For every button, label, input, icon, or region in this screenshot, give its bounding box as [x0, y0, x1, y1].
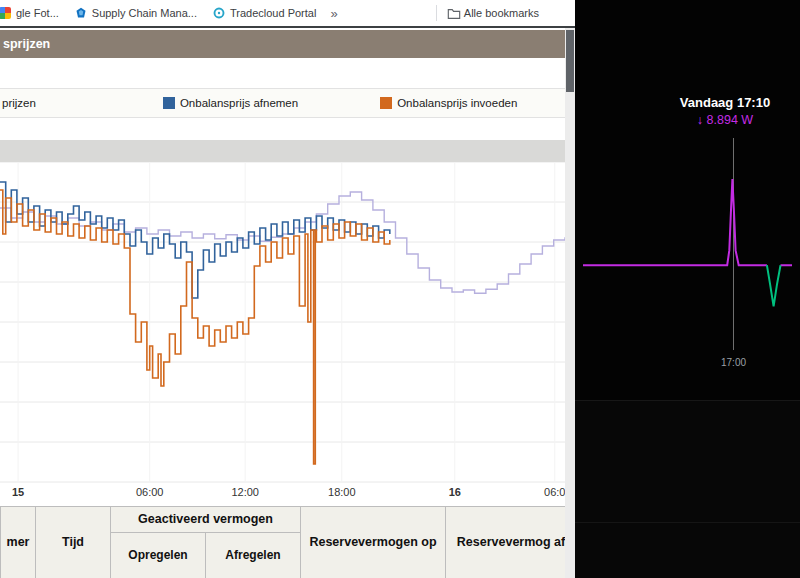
svg-text:18:00: 18:00 [328, 486, 356, 498]
svg-text:06:0: 06:0 [544, 486, 565, 498]
bookmarks-right-group: Alle bookmarks [436, 5, 539, 21]
browser-window: gle Fot... Supply Chain Mana... Tradeclo… [0, 0, 575, 578]
svg-text:12:00: 12:00 [231, 486, 259, 498]
panel-divider [575, 522, 800, 523]
column-header-opregelen: Opregelen [111, 533, 206, 578]
all-bookmarks-button[interactable]: Alle bookmarks [447, 7, 539, 19]
column-header-tijd: Tijd [36, 507, 111, 578]
bookmark-item-tradecloud[interactable]: Tradecloud Portal [213, 7, 316, 19]
column-header-reserve-op: Reservevermogen op [301, 507, 446, 578]
power-chart[interactable]: 17:00 [575, 138, 800, 374]
page-title-bar: sprijzen [0, 30, 565, 58]
power-monitor-panel: Vandaag 17:10 ↓ 8.894 W 17:00 [575, 0, 800, 578]
photos-icon [0, 7, 11, 19]
panel-divider [575, 400, 800, 401]
legend-label: prijzen [2, 97, 36, 109]
imbalance-price-chart[interactable]: 1506:0012:0018:001606:0 [0, 162, 565, 504]
panel-lower-section [575, 401, 800, 578]
chart-toolbar [0, 140, 565, 162]
bookmarks-bar: gle Fot... Supply Chain Mana... Tradeclo… [0, 0, 575, 28]
scrollbar-thumb[interactable] [566, 30, 574, 92]
svg-text:06:00: 06:00 [136, 486, 164, 498]
tradecloud-icon [213, 7, 225, 19]
legend-item-afnemen[interactable]: Onbalansprijs afnemen [163, 97, 298, 109]
chart-legend: prijzen Onbalansprijs afnemen Onbalanspr… [0, 88, 565, 118]
bookmark-label: Supply Chain Mana... [92, 7, 197, 19]
legend-item-prices[interactable]: prijzen [2, 97, 36, 109]
svg-text:16: 16 [449, 486, 461, 498]
bookmark-label: gle Fot... [16, 7, 59, 19]
panel-title: Vandaag 17:10 [650, 95, 800, 110]
legend-swatch-orange [380, 97, 392, 109]
bookmark-item-supply-chain[interactable]: Supply Chain Mana... [75, 7, 197, 19]
page-content: sprijzen prijzen Onbalansprijs afnemen O… [0, 30, 565, 578]
legend-item-invoeden[interactable]: Onbalansprijs invoeden [380, 97, 517, 109]
legend-label: Onbalansprijs afnemen [180, 97, 298, 109]
folder-icon [447, 7, 459, 19]
column-header-reserve-af: Reservevermog af [446, 507, 565, 578]
column-header-afregelen: Afregelen [206, 533, 301, 578]
legend-swatch-blue [163, 97, 175, 109]
scrollbar-track[interactable] [565, 28, 575, 578]
column-header-nummer: mer [1, 507, 36, 578]
page-title: sprijzen [3, 37, 50, 51]
group-header-geactiveerd-vermogen: Geactiveerd vermogen [111, 507, 301, 533]
activated-power-table: mer Tijd Geactiveerd vermogen Reservever… [0, 506, 565, 578]
current-power-value: ↓ 8.894 W [650, 113, 800, 127]
supply-chain-icon [75, 7, 87, 19]
bookmarks-overflow-chevron-icon[interactable]: » [330, 6, 337, 21]
bookmarks-separator [436, 5, 437, 21]
svg-text:15: 15 [12, 486, 24, 498]
svg-text:17:00: 17:00 [721, 357, 746, 368]
all-bookmarks-label: Alle bookmarks [464, 7, 539, 19]
bookmark-item-photos[interactable]: gle Fot... [5, 7, 59, 19]
legend-label: Onbalansprijs invoeden [397, 97, 517, 109]
bookmark-label: Tradecloud Portal [230, 7, 316, 19]
